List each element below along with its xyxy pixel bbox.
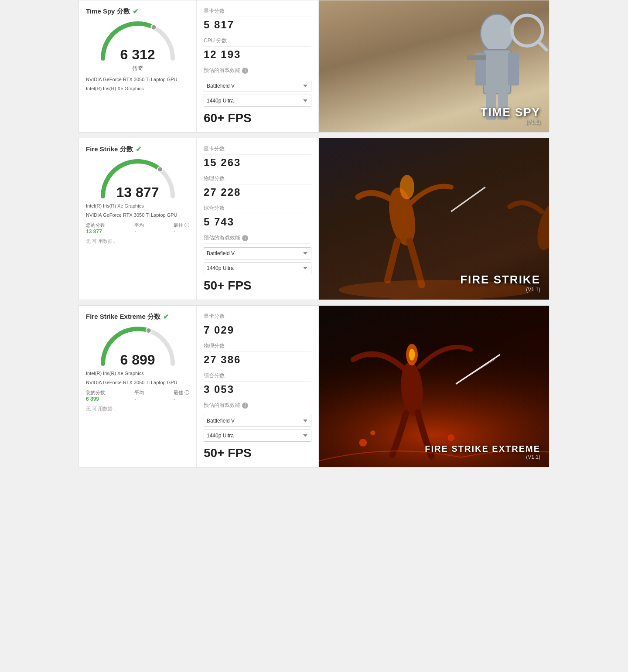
fps-value: 50+ FPS [204,446,311,460]
svg-point-30 [409,349,415,361]
gauge-score: 13 877 [116,184,159,201]
benchmark-version: (V1.1) [425,454,540,460]
rank-label: 传奇 [86,65,189,72]
svg-point-5 [481,14,514,52]
stats-row: 您的分数13 877 平均- 最佳 ⓘ- [86,222,189,235]
benchmark-title-overlay: FIRE STRIKE EXTREME (V1.1) [425,444,540,460]
stats-row: 您的分数6 899 平均- 最佳 ⓘ- [86,389,189,402]
sub-score-value: 27 386 [204,354,311,366]
stat-label-avg: 平均- [134,389,144,402]
estimated-section: 预估的游戏效能 i Battlefield V 1440p Ultra 50+ … [204,234,311,293]
estimated-section: 预估的游戏效能 i Battlefield V 1440p Ultra 60+ … [204,67,311,125]
stat-label-score: 您的分数13 877 [86,222,105,235]
estimated-label: 预估的游戏效能 i [204,402,311,411]
sub-score-value: 15 263 [204,157,311,169]
no-data: 无 可 用数据 . [86,406,189,412]
right-panel: TIME SPY (V1.2) [319,0,549,132]
info-icon[interactable]: i [242,403,248,409]
svg-point-0 [151,25,156,30]
sub-score-label: CPU 分数 [204,37,311,47]
info-icon[interactable]: i [242,68,248,74]
no-data: 无 可 用数据 . [86,238,189,245]
benchmark-card-firestrike: Fire Strike 分数 ✔ 13 877 Intel(R) Iris(R)… [78,138,550,300]
title-text: Time Spy 分数 [86,7,130,16]
stat-label-score: 您的分数6 899 [86,389,105,402]
check-icon: ✔ [133,7,138,16]
sub-score-value: 5 817 [204,19,311,31]
sub-score-value: 27 228 [204,186,311,198]
svg-rect-6 [483,50,511,94]
svg-point-16 [157,167,162,172]
benchmark-title-text: TIME SPY [481,106,540,119]
svg-point-33 [359,439,367,447]
sub-score-物理分数: 物理分数 27 386 [204,342,311,366]
sub-score-综合分数: 综合分数 3 053 [204,372,311,396]
gpu-info-2: NVIDIA GeForce RTX 3050 Ti Laptop GPU [86,379,189,386]
sub-score-综合分数: 综合分数 5 743 [204,205,311,228]
gpu-info-2: Intel(R) Iris(R) Xe Graphics [86,85,189,92]
right-panel: FIRE STRIKE EXTREME (V1.1) [319,306,549,467]
benchmark-card-timespy: Time Spy 分数 ✔ 6 312 传奇 NVIDIA GeForce RT… [78,0,550,133]
svg-rect-8 [508,53,519,86]
sub-score-label: 物理分数 [204,342,311,352]
gauge-container: 6 312 [99,19,177,63]
sub-score-value: 7 029 [204,324,311,336]
sub-score-label: 显卡分数 [204,313,311,322]
benchmark-title-overlay: TIME SPY (V1.2) [481,106,540,125]
game-dropdown[interactable]: Battlefield V [204,80,311,92]
gauge-score: 6 899 [120,352,155,368]
benchmark-title-text: FIRE STRIKE [460,273,540,287]
resolution-dropdown[interactable]: 1440p Ultra [204,430,311,442]
svg-point-24 [146,328,151,333]
card-title: Time Spy 分数 ✔ [86,7,189,16]
fps-value: 50+ FPS [204,279,311,293]
benchmark-version: (V1.2) [481,119,540,125]
left-panel: Time Spy 分数 ✔ 6 312 传奇 NVIDIA GeForce RT… [79,0,197,132]
sub-score-value: 12 193 [204,48,311,61]
stat-label-best: 最佳 ⓘ- [174,222,189,235]
sub-score-value: 5 743 [204,216,311,228]
game-dropdown[interactable]: Battlefield V [204,415,311,427]
sub-score-label: 综合分数 [204,205,311,214]
right-panel: FIRE STRIKE (V1.1) [319,138,549,300]
estimated-label: 预估的游戏效能 i [204,67,311,76]
title-text: Fire Strike 分数 [86,145,133,154]
gpu-info-2: NVIDIA GeForce RTX 3050 Ti Laptop GPU [86,211,189,219]
resolution-dropdown[interactable]: 1440p Ultra [204,95,311,107]
card-title: Fire Strike Extreme 分数 ✔ [86,313,189,321]
resolution-dropdown[interactable]: 1440p Ultra [204,262,311,274]
svg-point-35 [447,434,454,441]
svg-point-20 [400,175,415,199]
middle-panel: 显卡分数 7 029 物理分数 27 386 综合分数 3 053 预估的游戏效… [197,306,319,467]
left-panel: Fire Strike Extreme 分数 ✔ 6 899 Intel(R) … [79,306,197,467]
sub-score-label: 物理分数 [204,175,311,184]
gauge-container: 13 877 [99,157,177,201]
sub-score-label: 显卡分数 [204,145,311,155]
middle-panel: 显卡分数 5 817 CPU 分数 12 193 预估的游戏效能 i Battl… [197,0,319,132]
left-panel: Fire Strike 分数 ✔ 13 877 Intel(R) Iris(R)… [79,138,197,300]
gpu-info-1: Intel(R) Iris(R) Xe Graphics [86,370,189,377]
gpu-info-1: Intel(R) Iris(R) Xe Graphics [86,202,189,210]
benchmark-card-firestrikeextreme: Fire Strike Extreme 分数 ✔ 6 899 Intel(R) … [78,305,550,467]
game-dropdown[interactable]: Battlefield V [204,247,311,259]
sub-score-label: 显卡分数 [204,7,311,17]
stat-label-avg: 平均- [134,222,144,235]
gpu-info-1: NVIDIA GeForce RTX 3050 Ti Laptop GPU [86,76,189,83]
sub-score-显卡分数: 显卡分数 15 263 [204,145,311,169]
benchmark-title-text: FIRE STRIKE EXTREME [425,444,540,454]
svg-point-34 [370,430,375,435]
svg-rect-26 [319,306,549,467]
sub-score-显卡分数: 显卡分数 7 029 [204,313,311,336]
fps-value: 60+ FPS [204,111,311,125]
estimated-section: 预估的游戏效能 i Battlefield V 1440p Ultra 50+ … [204,402,311,460]
estimated-label: 预估的游戏效能 i [204,234,311,244]
middle-panel: 显卡分数 15 263 物理分数 27 228 综合分数 5 743 预估的游戏… [197,138,319,300]
benchmark-title-overlay: FIRE STRIKE (V1.1) [460,273,540,293]
sub-score-显卡分数: 显卡分数 5 817 [204,7,311,31]
sub-score-value: 3 053 [204,383,311,396]
check-icon: ✔ [163,313,169,321]
card-title: Fire Strike 分数 ✔ [86,145,189,154]
sub-score-label: 综合分数 [204,372,311,382]
info-icon[interactable]: i [242,235,248,241]
benchmark-version: (V1.1) [460,287,540,293]
